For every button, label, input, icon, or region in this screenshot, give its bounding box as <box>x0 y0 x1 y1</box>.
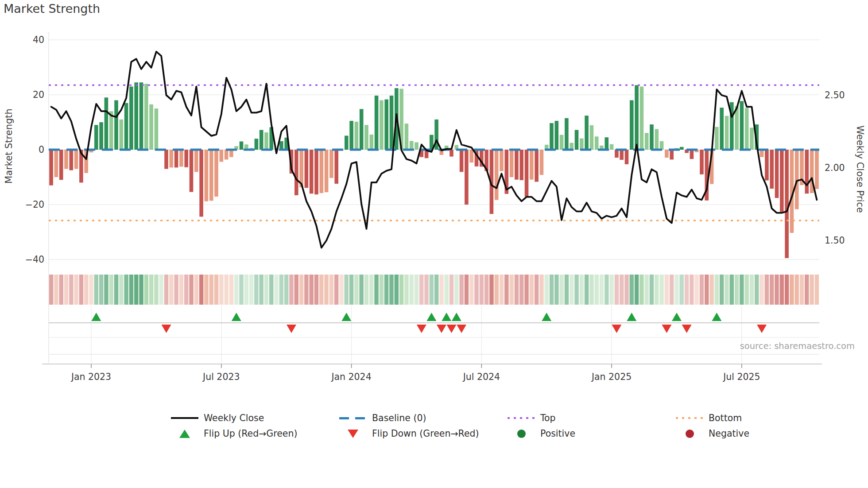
heatmap-cell <box>810 275 814 305</box>
right-tick-labels: 2.502.001.50 <box>825 90 845 246</box>
heatmap-cell <box>450 275 454 305</box>
strength-bar <box>550 123 554 150</box>
heatmap-cell <box>730 275 734 305</box>
strength-bar <box>625 150 629 164</box>
heatmap-cell <box>149 275 154 305</box>
strength-bar <box>325 150 329 192</box>
heatmap-cell <box>74 275 78 305</box>
heatmap-cell <box>694 275 699 305</box>
heatmap-cell <box>685 275 689 305</box>
strength-bar <box>775 150 779 198</box>
weekly-close-line-swatch <box>171 417 198 419</box>
heatmap-cell <box>259 275 264 305</box>
flip-down-marker <box>447 325 457 333</box>
legend-label-negative: Negative <box>709 428 749 439</box>
strength-bar <box>120 120 124 150</box>
heatmap-cell <box>109 275 114 305</box>
flip-down-marker <box>757 325 767 333</box>
heatmap-cell <box>174 275 178 305</box>
heatmap-cell <box>454 275 459 305</box>
heatmap-cell <box>780 275 784 305</box>
strength-bar <box>795 150 799 209</box>
heatmap-cell <box>604 275 609 305</box>
heatmap-cell <box>134 275 139 305</box>
heatmap-cell <box>559 275 564 305</box>
heatmap-cell <box>129 275 134 305</box>
baseline-dash-swatch <box>339 417 367 419</box>
flip-down-marker <box>287 325 296 333</box>
heatmap-cell <box>674 275 679 305</box>
legend-item-weekly-close: Weekly Close <box>171 411 264 425</box>
strength-bar <box>355 122 359 150</box>
strength-bar <box>229 150 233 157</box>
strength-bar <box>279 141 283 150</box>
heatmap-cell <box>139 275 143 305</box>
heatmap-cell <box>79 275 84 305</box>
heatmap-cell <box>94 275 99 305</box>
strength-bar <box>405 124 409 150</box>
heatmap-cell <box>550 275 554 305</box>
heatmap-cell <box>329 275 334 305</box>
heatmap-cell <box>794 275 799 305</box>
heatmap-cell <box>750 275 754 305</box>
bottom-dotted-swatch <box>676 417 703 419</box>
heatmap-cell <box>665 275 669 305</box>
strength-bar <box>64 150 68 169</box>
strength-bar <box>415 142 418 150</box>
strength-bar <box>214 150 218 197</box>
strength-bar <box>700 150 704 174</box>
strength-bar <box>124 103 128 150</box>
legend-label-weekly-close: Weekly Close <box>204 413 264 423</box>
strength-bar <box>620 150 624 160</box>
heatmap-cell <box>539 275 544 305</box>
strength-bar <box>375 96 379 150</box>
heatmap-cell <box>680 275 684 305</box>
heatmap-cell <box>154 275 159 305</box>
heatmap-cell <box>785 275 789 305</box>
flip-up-marker <box>442 313 451 321</box>
heatmap-cell <box>334 275 339 305</box>
heatmap-cell <box>770 275 774 305</box>
heatmap-cell <box>395 275 399 305</box>
heatmap-cell <box>434 275 439 305</box>
heatmap-cell <box>169 275 174 305</box>
strength-bar <box>54 150 58 177</box>
heatmap-cell <box>735 275 739 305</box>
strength-bar <box>665 150 669 158</box>
strength-bar <box>745 108 749 150</box>
heatmap-cell <box>84 275 89 305</box>
x-tick-label: Jul 2024 <box>462 372 500 382</box>
heatmap-cell <box>319 275 324 305</box>
strength-bar <box>535 150 539 182</box>
heatmap-cell <box>700 275 704 305</box>
strength-bar <box>305 150 309 188</box>
heatmap-cell <box>635 275 639 305</box>
source-attribution: source: sharemaestro.com <box>740 341 855 351</box>
strength-bar <box>320 150 324 193</box>
strength-bars <box>49 82 818 258</box>
strength-bar <box>49 150 53 186</box>
heatmap-cell <box>119 275 124 305</box>
heatmap-cell <box>124 275 128 305</box>
heatmap-cell <box>419 275 424 305</box>
strength-bar <box>635 85 639 150</box>
heatmap-cell <box>214 275 219 305</box>
heatmap-cell <box>99 275 104 305</box>
x-tick-label: Jan 2024 <box>330 372 371 382</box>
legend-label-flip-down: Flip Down (Green→Red) <box>372 428 479 439</box>
heatmap-cell <box>219 275 224 305</box>
heatmap-cell <box>480 275 484 305</box>
legend-label-bottom: Bottom <box>709 413 742 423</box>
heatmap-cell <box>234 275 239 305</box>
flip-up-marker <box>91 313 101 321</box>
heatmap-cell <box>670 275 674 305</box>
heatmap-cell <box>349 275 354 305</box>
heatmap-cell <box>775 275 779 305</box>
flip-down-marker <box>612 325 621 333</box>
strength-bar <box>510 150 514 177</box>
lower-band-gridlines <box>49 306 819 363</box>
strength-bar <box>530 150 534 180</box>
strength-bar <box>540 150 544 175</box>
heatmap-cell <box>554 275 559 305</box>
strength-bar <box>720 108 724 150</box>
